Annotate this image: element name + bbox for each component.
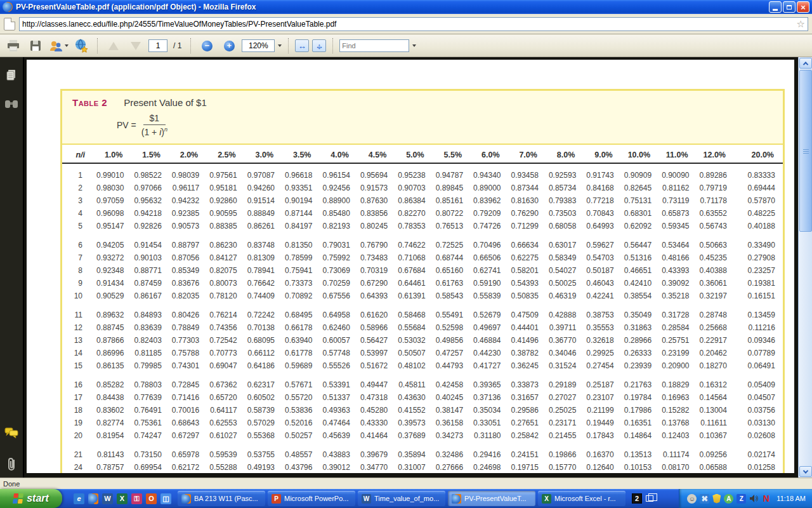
table-cell: 0.92593 <box>541 169 579 182</box>
table-cell: 0.42458 <box>428 378 466 391</box>
table-cell: 0.85161 <box>428 194 466 207</box>
zonealarm-z-icon[interactable]: Z <box>737 494 746 504</box>
table-cell: 0.98030 <box>89 182 126 194</box>
table-cell: 0.24698 <box>466 461 503 473</box>
internet-explorer-icon[interactable]: e <box>74 493 84 504</box>
table-cell: 0.19381 <box>730 277 778 290</box>
table-cell: 0.10153 <box>617 461 654 473</box>
table-cell: 0.01258 <box>730 461 778 473</box>
table-cell: 0.15282 <box>654 404 691 417</box>
next-page-button[interactable] <box>126 37 145 55</box>
vertical-scrollbar[interactable] <box>798 57 812 478</box>
previous-page-button[interactable] <box>104 37 123 55</box>
table-cell: 0.55839 <box>466 290 503 302</box>
zoom-level-select[interactable]: 120% <box>242 39 275 52</box>
close-button[interactable]: × <box>797 1 809 13</box>
table-cell: 0.90703 <box>390 182 428 194</box>
table-cell: 0.49856 <box>428 334 466 347</box>
explorer-window-icon[interactable]: ◫ <box>160 493 171 504</box>
web-document-button[interactable] <box>72 37 91 55</box>
taskbar-button-powerpoint[interactable]: P Microsoft PowerPo... <box>268 491 355 506</box>
table-cell: 0.16963 <box>654 391 691 404</box>
table-cell: 0.84127 <box>202 251 239 264</box>
table-cell: 0.64117 <box>202 404 239 417</box>
find-chevron-down-icon[interactable] <box>412 44 416 47</box>
table-cell: 0.37136 <box>466 391 503 404</box>
start-label: start <box>27 493 49 504</box>
table-cell: 0.11174 <box>654 448 691 461</box>
url-field[interactable]: ☆ <box>19 17 808 31</box>
firefox-quicklaunch-icon[interactable] <box>88 493 98 504</box>
find-field[interactable] <box>339 39 409 52</box>
volume-icon[interactable] <box>749 494 758 503</box>
table-cell: 0.73503 <box>541 207 579 220</box>
scroll-down-button[interactable] <box>799 466 812 477</box>
network-key-icon[interactable]: ⌘ <box>700 494 709 504</box>
table-cell: 0.57870 <box>730 194 778 207</box>
table-cell: 0.32486 <box>428 448 466 461</box>
word-icon[interactable]: W <box>102 493 113 504</box>
novell-n-icon[interactable]: N <box>761 494 771 504</box>
security-shield-icon[interactable] <box>712 494 721 504</box>
paperclip-icon[interactable] <box>6 456 16 472</box>
floppy-disk-icon <box>28 38 43 53</box>
title-bar[interactable]: PV-PresentValueTable.pdf (application/pd… <box>0 0 812 14</box>
window-stack-icon[interactable] <box>646 495 653 502</box>
find-input[interactable] <box>342 42 407 50</box>
table-row-group: 60.942050.914540.887970.862300.837480.81… <box>62 239 778 302</box>
excel-icon[interactable]: X <box>117 493 128 504</box>
table-cell: 0.81350 <box>277 239 315 251</box>
status-text: Done <box>3 480 20 488</box>
fit-width-button[interactable]: ↔ <box>295 39 309 52</box>
fit-page-button[interactable]: ↔↕ <box>312 39 326 52</box>
row-number: 15 <box>62 359 89 372</box>
table-cell: 0.39679 <box>353 448 390 461</box>
table-cell: 0.53997 <box>353 347 390 359</box>
table-cell: 0.48102 <box>390 359 428 372</box>
table-cell: 0.25842 <box>504 429 541 442</box>
save-button[interactable] <box>26 37 45 55</box>
bookmark-star-icon[interactable]: ☆ <box>797 19 805 29</box>
taskbar-button-word-doc[interactable]: W Time_value_of_mo... <box>358 491 445 506</box>
table-cell: 0.94232 <box>164 194 202 207</box>
table-cell: 0.62317 <box>240 378 277 391</box>
zoom-chevron-down-icon[interactable] <box>278 44 282 47</box>
table-cell: 0.41552 <box>390 404 428 417</box>
antivirus-a-icon[interactable]: A <box>724 494 733 504</box>
scroll-up-button[interactable] <box>799 58 812 69</box>
comments-icon[interactable] <box>4 427 18 438</box>
pages-panel-icon[interactable] <box>5 69 18 81</box>
indicator-2-badge[interactable]: 2 <box>632 493 642 504</box>
taskbar-button-pv-pdf[interactable]: PV-PresentValueT... <box>448 491 535 506</box>
page-number-input[interactable] <box>148 39 167 52</box>
restore-button[interactable] <box>783 1 796 13</box>
column-header: 20.0% <box>730 149 778 163</box>
print-button[interactable] <box>4 37 23 55</box>
table-cell: 0.65873 <box>654 207 691 220</box>
start-button[interactable]: start <box>0 489 62 508</box>
minimize-button[interactable] <box>769 1 782 13</box>
row-number: 14 <box>62 347 89 359</box>
table-cell: 0.70319 <box>353 264 390 277</box>
outlook-icon[interactable]: O <box>146 493 157 504</box>
table-cell: 0.94205 <box>89 239 126 251</box>
zoom-in-button[interactable]: + <box>219 37 239 55</box>
url-input[interactable] <box>22 20 797 29</box>
taskbar-button-excel[interactable]: X Microsoft Excel - r... <box>538 491 625 506</box>
binoculars-icon[interactable] <box>4 99 18 109</box>
scrollbar-thumb[interactable] <box>799 70 812 232</box>
table-cell: 0.18829 <box>654 378 691 391</box>
messenger-icon[interactable]: ☺ <box>687 494 697 504</box>
zoom-out-button[interactable]: − <box>197 37 216 55</box>
key-app-icon[interactable]: ⚿ <box>131 493 142 504</box>
table-cell: 0.42241 <box>579 290 616 302</box>
table-cell: 0.77218 <box>579 194 616 207</box>
table-cell: 0.71068 <box>390 251 428 264</box>
table-cell: 0.72542 <box>202 334 239 347</box>
table-cell: 0.94218 <box>126 207 164 220</box>
table-cell: 0.55720 <box>277 391 315 404</box>
taskbar-button-ba213[interactable]: BA 213 W11 (Pasc... <box>178 491 265 506</box>
table-cell: 0.32197 <box>692 290 730 302</box>
email-collaborate-button[interactable] <box>48 37 69 55</box>
table-cell: 0.36061 <box>692 277 730 290</box>
